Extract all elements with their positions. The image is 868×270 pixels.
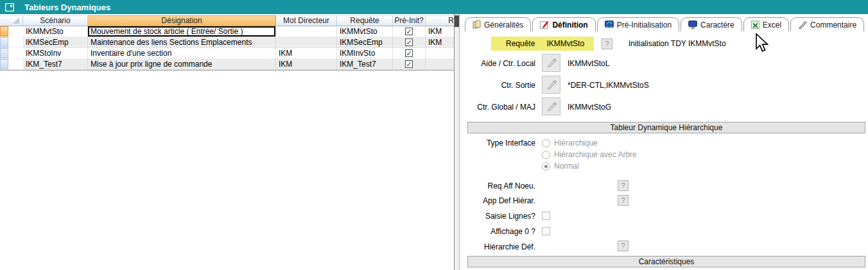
requete-value[interactable]: IKMMvtSto xyxy=(546,39,584,48)
aide-ctr-local-button[interactable] xyxy=(542,54,560,72)
row-selector[interactable] xyxy=(0,37,23,48)
checkbox-checked[interactable]: ✓ xyxy=(405,60,413,68)
scenario-table: Scénario Désignation Mot Directeur Requê… xyxy=(0,15,454,71)
checkbox-checked[interactable]: ✓ xyxy=(405,38,413,46)
column-header-scenario[interactable]: Scénario xyxy=(23,15,88,26)
notes-icon xyxy=(473,21,481,29)
checkbox-checked[interactable]: ✓ xyxy=(405,28,413,35)
cell-r[interactable]: IKM xyxy=(426,26,454,37)
cell-requete[interactable]: IKMSecEmp xyxy=(337,37,393,48)
tab-generalites[interactable]: Généralités xyxy=(465,17,531,31)
tab-strip: Généralités Définition Pré-Initialisatio… xyxy=(465,17,865,31)
req-aff-noeu-label: Req Aff Noeu. xyxy=(460,181,535,190)
tab-caractere[interactable]: Caractère xyxy=(681,17,742,31)
radio-selected-icon xyxy=(542,162,550,171)
checkbox-checked[interactable]: ✓ xyxy=(405,49,413,57)
row-selector[interactable] xyxy=(0,48,23,59)
ctr-global-maj-value[interactable]: IKMMvtStoG xyxy=(568,103,611,112)
cell-mot-directeur[interactable] xyxy=(276,37,337,48)
cell-requete[interactable]: IKMInvSto xyxy=(337,48,393,59)
tab-pre-initialisation[interactable]: Pré-Initialisation xyxy=(597,17,679,31)
column-header-r[interactable]: R xyxy=(426,15,454,26)
affichage-0-checkbox[interactable] xyxy=(542,227,550,235)
cell-requete[interactable]: IKM_Test7 xyxy=(337,59,393,70)
field-label-ctr-global-maj: Ctr. Global / MAJ xyxy=(460,103,535,112)
ctr-sortie-button[interactable] xyxy=(542,76,560,94)
column-header-mot-directeur[interactable]: Mot Directeur xyxy=(276,15,337,26)
radio-icon xyxy=(542,139,550,148)
app-def-hierar-label: App Def Hiérar. xyxy=(460,196,535,205)
write-hand-icon xyxy=(546,80,557,90)
column-header-requete[interactable]: Requête xyxy=(337,15,393,26)
requete-help-button[interactable]: ? xyxy=(602,38,612,49)
panel-splitter[interactable] xyxy=(454,14,460,270)
mouse-cursor-icon xyxy=(755,33,769,53)
table-header-row: Scénario Désignation Mot Directeur Requê… xyxy=(0,15,454,26)
refresh-screen-icon xyxy=(605,21,614,29)
cell-scenario[interactable]: IKMSecEmp xyxy=(23,37,88,48)
cell-designation[interactable]: Mise à jour prix ligne de commande xyxy=(88,59,276,70)
red-pen-icon xyxy=(540,21,549,29)
cell-scenario[interactable]: IKMMvtSto xyxy=(23,26,88,37)
column-header-pre-init[interactable]: Pré-Init? xyxy=(393,15,426,26)
pencil-icon xyxy=(798,21,807,29)
section-header-caracteristiques: Caractéristiques xyxy=(467,256,865,267)
select-all-corner-cell[interactable] xyxy=(0,15,23,26)
cell-scenario[interactable]: IKMStoInv xyxy=(23,48,88,59)
req-aff-noeu-help-button[interactable]: ? xyxy=(618,180,629,191)
aide-ctr-local-value[interactable]: IKMMvtStoL xyxy=(568,59,609,68)
app-def-hierar-help-button[interactable]: ? xyxy=(618,195,629,206)
splitter-handle[interactable] xyxy=(455,15,459,27)
row-selector[interactable] xyxy=(0,59,23,70)
cell-pre-init[interactable]: ✓ xyxy=(393,26,426,37)
saisie-lignes-label: Saisie Lignes? xyxy=(460,212,535,221)
title-bar: Tableurs Dynamiques xyxy=(0,0,868,14)
ctr-sortie-value[interactable]: *DER-CTL,IKMMvtStoS xyxy=(568,81,649,90)
type-interface-label: Type Interface xyxy=(460,139,535,148)
cell-designation-selected[interactable]: Mouvement de stock article ( Entrée/ Sor… xyxy=(88,26,276,37)
radio-normal[interactable]: Normal xyxy=(542,161,579,171)
saisie-lignes-checkbox[interactable] xyxy=(542,212,550,220)
hierarchie-def-label: Hiérarchie Déf. xyxy=(460,242,535,251)
write-hand-icon xyxy=(546,58,557,68)
radio-hierarchique-avec-arbre[interactable]: Hiérarchique avec Arbre xyxy=(542,149,637,160)
cell-mot-directeur[interactable]: IKM xyxy=(276,59,337,70)
excel-icon xyxy=(751,21,759,29)
hierarchie-def-help-button[interactable]: ? xyxy=(618,240,629,251)
requete-field-highlight: Requête IKMMvtSto xyxy=(491,37,594,51)
radio-icon xyxy=(542,151,550,159)
write-hand-icon xyxy=(546,101,557,112)
ctr-global-maj-button[interactable] xyxy=(542,97,560,115)
table-row: IKMMvtSto Mouvement de stock article ( E… xyxy=(0,26,454,37)
cell-requete[interactable]: IKMMvtSto xyxy=(337,26,393,37)
detail-panel: Généralités Définition Pré-Initialisatio… xyxy=(460,14,868,270)
requete-label: Requête xyxy=(506,39,535,48)
cell-r[interactable]: IKM xyxy=(426,37,454,48)
tab-commentaire[interactable]: Commentaire xyxy=(790,17,864,31)
monitor-icon xyxy=(688,21,697,29)
cell-r[interactable] xyxy=(426,48,454,59)
cell-mot-directeur[interactable]: IKM xyxy=(276,48,337,59)
radio-hierarchique[interactable]: Hiérarchique xyxy=(542,138,598,148)
cell-designation[interactable]: Inventaire d'une section xyxy=(88,48,276,59)
cell-r[interactable] xyxy=(426,59,454,70)
affichage-0-label: Affichage 0 ? xyxy=(460,227,535,236)
table-row: IKM_Test7 Mise à jour prix ligne de comm… xyxy=(0,59,454,70)
field-label-aide-ctr-local: Aide / Ctr. Local xyxy=(460,59,535,68)
cell-pre-init[interactable]: ✓ xyxy=(393,37,426,48)
cell-mot-directeur[interactable] xyxy=(276,26,337,37)
cell-pre-init[interactable]: ✓ xyxy=(393,59,426,70)
cell-pre-init[interactable]: ✓ xyxy=(393,48,426,59)
section-header-tableur-hierarchique: Tableur Dynamique Hiérarchique xyxy=(467,122,865,133)
table-row: IKMStoInv Inventaire d'une section IKM I… xyxy=(0,48,454,59)
tab-definition[interactable]: Définition xyxy=(532,17,595,31)
corner-triangle-icon xyxy=(13,17,19,24)
row-selector[interactable] xyxy=(0,26,23,37)
cell-scenario[interactable]: IKM_Test7 xyxy=(23,59,88,70)
window-title: Tableurs Dynamiques xyxy=(24,3,110,12)
tab-excel[interactable]: Excel xyxy=(743,17,789,31)
window-grid-icon xyxy=(5,3,14,12)
column-header-designation[interactable]: Désignation xyxy=(88,15,276,26)
initialisation-text: Initialisation TDY IKMMvtSto xyxy=(629,39,726,48)
cell-designation[interactable]: Maintenance des liens Sections Emplaceme… xyxy=(88,37,276,48)
